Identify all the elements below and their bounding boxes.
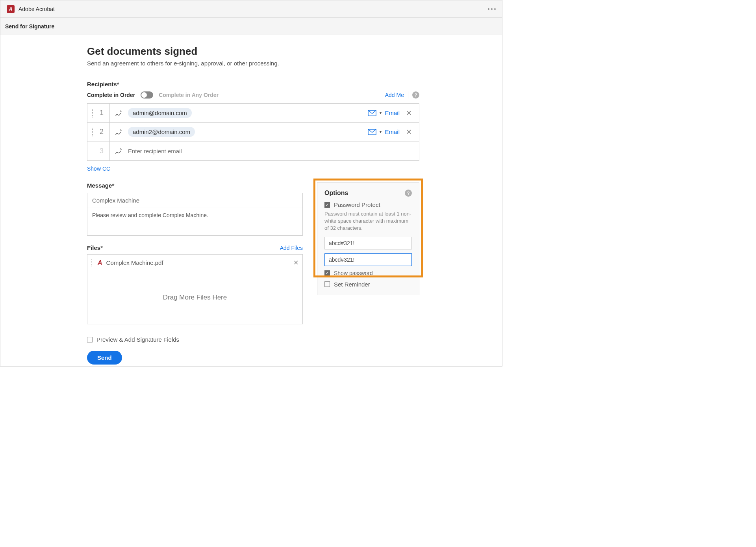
help-icon[interactable]: ? — [405, 190, 412, 197]
dropzone[interactable]: Drag More Files Here — [87, 271, 302, 324]
titlebar: A Adobe Acrobat — [0, 0, 502, 18]
recipient-email-chip[interactable]: admin2@domain.com — [128, 127, 195, 137]
file-row: A Complex Machine.pdf ✕ — [87, 255, 302, 271]
recipient-email-input[interactable] — [128, 148, 415, 154]
chevron-down-icon[interactable]: ▾ — [380, 130, 382, 134]
password-protect-label: Password Protect — [334, 201, 380, 208]
delivery-method-label[interactable]: Email — [385, 110, 400, 116]
message-body-input[interactable] — [87, 208, 302, 234]
password-description: Password must contain at least 1 non-whi… — [324, 210, 412, 232]
envelope-icon[interactable] — [368, 129, 376, 135]
order-toggle-row: Complete in Order Complete in Any Order … — [87, 91, 419, 99]
options-title: Options — [324, 190, 348, 197]
chevron-down-icon[interactable]: ▾ — [380, 111, 382, 115]
show-password-row[interactable]: ✓ Show password — [324, 270, 412, 276]
page-subtitle: Send an agreement to others for e-signin… — [87, 60, 419, 67]
file-name: Complex Machine.pdf — [106, 259, 163, 266]
sign-role-icon[interactable] — [115, 128, 123, 136]
recipients-list: 1 admin@domain.com ▾ Email ✕ 2 admin2@do… — [87, 103, 419, 161]
acrobat-logo-icon: A — [7, 5, 15, 13]
toolbar-title: Send for Signature — [5, 23, 54, 30]
remove-recipient-icon[interactable]: ✕ — [403, 128, 415, 136]
app-window: A Adobe Acrobat Send for Signature Get d… — [0, 0, 502, 367]
pdf-icon: A — [98, 259, 102, 266]
add-me-link[interactable]: Add Me — [385, 92, 404, 98]
preview-checkbox[interactable] — [87, 337, 93, 342]
options-panel: Options ? ✓ Password Protect Password mu… — [317, 182, 419, 295]
show-password-label: Show password — [334, 270, 373, 276]
set-reminder-label: Set Reminder — [334, 281, 370, 288]
drag-handle-icon[interactable] — [91, 128, 94, 136]
show-cc-link[interactable]: Show CC — [87, 166, 419, 172]
set-reminder-row[interactable]: Set Reminder — [324, 281, 412, 288]
recipient-number: 2 — [98, 128, 105, 136]
files-box: A Complex Machine.pdf ✕ Drag More Files … — [87, 254, 303, 324]
toolbar: Send for Signature — [0, 18, 502, 35]
message-subject-input[interactable] — [87, 193, 302, 208]
show-password-checkbox[interactable]: ✓ — [324, 270, 330, 276]
recipient-row: 2 admin2@domain.com ▾ Email ✕ — [87, 123, 419, 141]
recipient-row-empty: 3 — [87, 141, 419, 160]
more-menu-icon[interactable] — [488, 8, 496, 10]
recipient-row: 1 admin@domain.com ▾ Email ✕ — [87, 104, 419, 123]
sign-role-icon[interactable] — [115, 147, 123, 155]
divider — [408, 91, 408, 99]
remove-file-icon[interactable]: ✕ — [293, 259, 298, 266]
preview-label: Preview & Add Signature Fields — [96, 336, 179, 343]
files-label: Files* — [87, 244, 103, 251]
order-toggle[interactable] — [141, 91, 153, 99]
content-area: Get documents signed Send an agreement t… — [0, 35, 502, 366]
preview-row[interactable]: Preview & Add Signature Fields — [87, 336, 303, 343]
page-title: Get documents signed — [87, 45, 419, 58]
envelope-icon[interactable] — [368, 110, 376, 116]
message-box — [87, 193, 303, 236]
complete-in-order-label: Complete in Order — [87, 92, 135, 98]
recipient-number: 1 — [98, 109, 105, 117]
set-reminder-checkbox[interactable] — [324, 281, 330, 287]
password-protect-checkbox[interactable]: ✓ — [324, 202, 330, 208]
add-files-link[interactable]: Add Files — [280, 245, 303, 251]
remove-recipient-icon[interactable]: ✕ — [403, 109, 415, 117]
drag-handle-icon[interactable] — [91, 259, 94, 266]
recipient-number: 3 — [98, 147, 105, 155]
help-icon[interactable]: ? — [412, 91, 419, 99]
send-button[interactable]: Send — [87, 351, 122, 365]
password-input[interactable] — [324, 237, 412, 249]
message-label: Message* — [87, 182, 303, 189]
delivery-method-label[interactable]: Email — [385, 128, 400, 135]
drag-handle-icon[interactable] — [91, 109, 94, 117]
recipient-email-chip[interactable]: admin@domain.com — [128, 108, 192, 118]
sign-role-icon[interactable] — [115, 109, 123, 117]
recipients-label: Recipients* — [87, 81, 419, 87]
complete-any-order-label: Complete in Any Order — [159, 92, 219, 98]
app-title: Adobe Acrobat — [19, 6, 55, 12]
password-protect-row[interactable]: ✓ Password Protect — [324, 201, 412, 208]
password-confirm-input[interactable] — [324, 253, 412, 266]
